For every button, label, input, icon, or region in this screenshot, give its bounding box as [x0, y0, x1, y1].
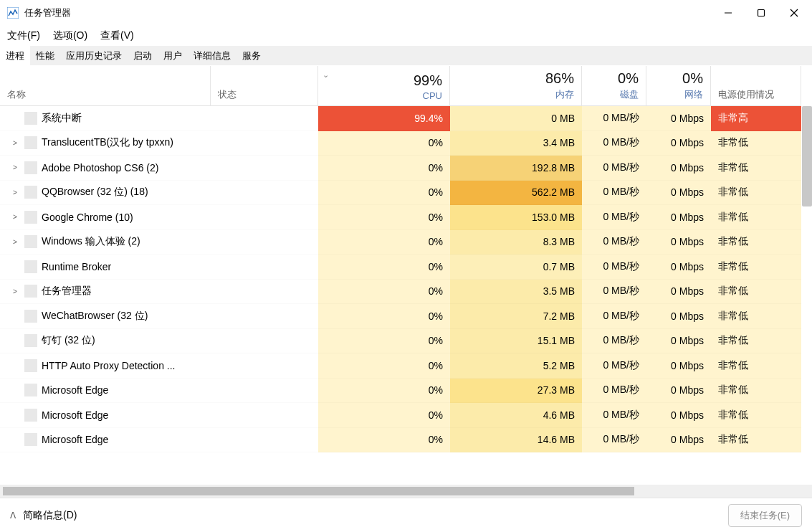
table-row[interactable]: >Google Chrome (10)0%153.0 MB0 MB/秒0 Mbp… [0, 205, 812, 230]
minimize-button[interactable] [712, 1, 745, 24]
cell-cpu: 0% [318, 230, 450, 255]
cell-name: HTTP Auto Proxy Detection ... [0, 353, 211, 379]
cell-status [211, 353, 318, 379]
process-name: Adobe Photoshop CS6 (2) [42, 162, 158, 174]
table-row[interactable]: >QQBrowser (32 位) (18)0%562.2 MB0 MB/秒0 … [0, 181, 812, 206]
cell-network: 0 Mbps [646, 131, 711, 156]
cell-name: Microsoft Edge [0, 379, 211, 404]
cell-memory: 0.7 MB [450, 255, 582, 280]
menu-file[interactable]: 文件(F) [7, 29, 40, 42]
cell-cpu: 99.4% [318, 106, 450, 131]
process-icon [24, 384, 37, 396]
cell-network: 0 Mbps [646, 106, 711, 131]
vertical-scrollbar[interactable] [802, 106, 812, 206]
process-name: 系统中断 [42, 112, 82, 125]
cell-network: 0 Mbps [646, 181, 711, 206]
cell-network: 0 Mbps [646, 304, 711, 329]
cell-status [211, 156, 318, 181]
table-row[interactable]: >Windows 输入体验 (2)0%8.3 MB0 MB/秒0 Mbps非常低 [0, 230, 812, 255]
horizontal-scrollbar-thumb[interactable] [3, 487, 634, 495]
cell-disk: 0 MB/秒 [582, 230, 646, 255]
cell-cpu: 0% [318, 304, 450, 329]
table-row[interactable]: Microsoft Edge0%4.6 MB0 MB/秒0 Mbps非常低 [0, 403, 812, 428]
cell-disk: 0 MB/秒 [582, 353, 646, 379]
cell-disk: 0 MB/秒 [582, 255, 646, 280]
cell-cpu: 0% [318, 379, 450, 404]
cell-network: 0 Mbps [646, 255, 711, 280]
cell-status [211, 131, 318, 156]
header-power[interactable]: 电源使用情况 [711, 66, 801, 106]
cell-power: 非常低 [711, 403, 801, 428]
table-row[interactable]: WeChatBrowser (32 位)0%7.2 MB0 MB/秒0 Mbps… [0, 304, 812, 329]
header-cpu[interactable]: 99% CPU [318, 66, 450, 106]
expand-icon[interactable]: > [10, 163, 20, 171]
menu-options[interactable]: 选项(O) [53, 29, 87, 42]
table-header: 名称 状态 99% CPU 86% 内存 0% 磁盘 0% 网络 电源使用情况 [0, 66, 812, 106]
expand-icon[interactable]: > [10, 213, 20, 221]
tab-performance[interactable]: 性能 [30, 46, 60, 65]
cell-status [211, 230, 318, 255]
cell-memory: 3.5 MB [450, 280, 582, 305]
table-row[interactable]: >TranslucentTB(汉化 by tpxxn)0%3.4 MB0 MB/… [0, 131, 812, 156]
horizontal-scrollbar[interactable] [0, 485, 812, 498]
process-name: 任务管理器 [42, 285, 92, 298]
table-row[interactable]: >任务管理器0%3.5 MB0 MB/秒0 Mbps非常低 [0, 280, 812, 305]
cell-network: 0 Mbps [646, 230, 711, 255]
table-row[interactable]: Microsoft Edge0%27.3 MB0 MB/秒0 Mbps非常低 [0, 379, 812, 404]
tab-details[interactable]: 详细信息 [188, 46, 237, 65]
header-status[interactable]: 状态 [211, 66, 318, 106]
tab-users[interactable]: 用户 [158, 46, 188, 65]
cell-status [211, 428, 318, 453]
expand-icon[interactable]: > [10, 288, 20, 295]
tab-startup[interactable]: 启动 [128, 46, 158, 65]
expand-icon[interactable]: > [10, 139, 20, 147]
brief-info-link[interactable]: 简略信息(D) [23, 509, 77, 522]
cell-memory: 14.6 MB [450, 428, 582, 453]
cell-status [211, 304, 318, 329]
cell-cpu: 0% [318, 181, 450, 206]
cell-disk: 0 MB/秒 [582, 131, 646, 156]
chevron-up-icon[interactable]: ᐱ [10, 510, 16, 521]
process-name: Runtime Broker [42, 261, 111, 272]
close-button[interactable] [778, 1, 811, 24]
header-disk[interactable]: 0% 磁盘 [582, 66, 646, 106]
tab-processes[interactable]: 进程 [0, 46, 30, 65]
expand-icon[interactable]: > [10, 189, 20, 196]
cell-status [211, 106, 318, 131]
menu-view[interactable]: 查看(V) [100, 29, 134, 42]
cell-power: 非常低 [711, 428, 801, 453]
tab-services[interactable]: 服务 [237, 46, 267, 65]
cell-cpu: 0% [318, 131, 450, 156]
process-name: TranslucentTB(汉化 by tpxxn) [42, 136, 173, 149]
cell-memory: 3.4 MB [450, 131, 582, 156]
table-row[interactable]: HTTP Auto Proxy Detection ...0%5.2 MB0 M… [0, 353, 812, 379]
table-body: 系统中断99.4%0 MB0 MB/秒0 Mbps非常高>Translucent… [0, 106, 812, 485]
window-controls [712, 1, 811, 24]
cell-disk: 0 MB/秒 [582, 156, 646, 181]
table-row[interactable]: 系统中断99.4%0 MB0 MB/秒0 Mbps非常高 [0, 106, 812, 131]
header-memory[interactable]: 86% 内存 [450, 66, 582, 106]
header-name[interactable]: 名称 [0, 66, 211, 106]
table-row[interactable]: Microsoft Edge0%14.6 MB0 MB/秒0 Mbps非常低 [0, 428, 812, 453]
expand-icon[interactable]: > [10, 238, 20, 246]
end-task-button[interactable]: 结束任务(E) [728, 504, 802, 527]
cell-status [211, 205, 318, 230]
table-row[interactable]: >Adobe Photoshop CS6 (2)0%192.8 MB0 MB/秒… [0, 156, 812, 181]
cell-memory: 5.2 MB [450, 353, 582, 379]
cell-name: >Windows 输入体验 (2) [0, 230, 211, 255]
cell-name: 系统中断 [0, 106, 211, 131]
cell-network: 0 Mbps [646, 428, 711, 453]
cell-network: 0 Mbps [646, 403, 711, 428]
header-network[interactable]: 0% 网络 [646, 66, 711, 106]
cell-power: 非常低 [711, 255, 801, 280]
table-row[interactable]: 钉钉 (32 位)0%15.1 MB0 MB/秒0 Mbps非常低 [0, 329, 812, 354]
process-icon [24, 433, 37, 446]
process-name: Microsoft Edge [42, 434, 108, 445]
maximize-button[interactable] [745, 1, 778, 24]
window-title: 任务管理器 [24, 6, 71, 19]
process-icon [24, 112, 37, 125]
tab-app-history[interactable]: 应用历史记录 [60, 46, 128, 65]
cell-name: >Google Chrome (10) [0, 205, 211, 230]
table-row[interactable]: Runtime Broker0%0.7 MB0 MB/秒0 Mbps非常低 [0, 255, 812, 280]
cell-power: 非常低 [711, 131, 801, 156]
